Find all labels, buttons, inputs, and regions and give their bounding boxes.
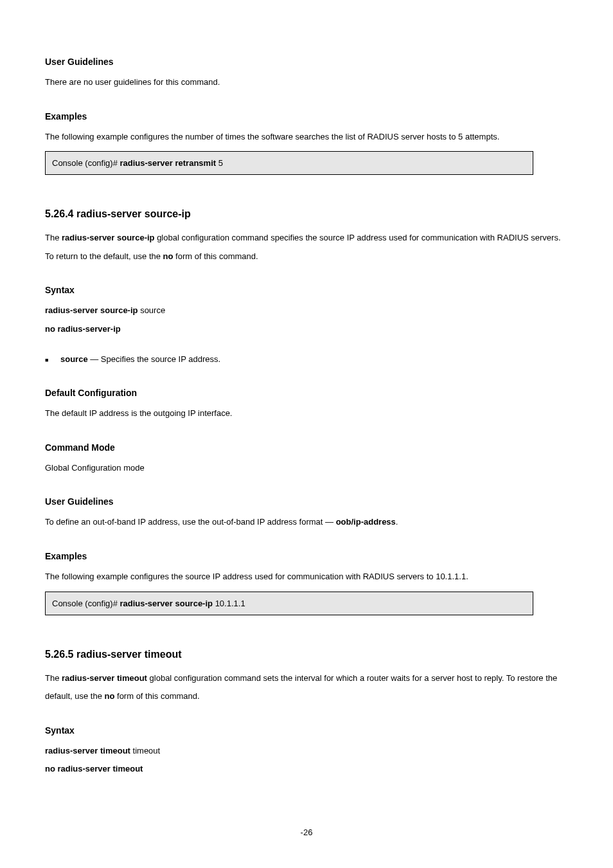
syntax3-cmd: radius-server timeout bbox=[45, 746, 133, 755]
bullet-bold: source bbox=[60, 354, 88, 364]
desc3-bold2: no bbox=[105, 691, 115, 701]
heading-user-guidelines-1: User Guidelines bbox=[45, 57, 568, 67]
code-prompt: Console (config)# bbox=[52, 158, 120, 168]
code-box-retransmit: Console (config)# radius-server retransm… bbox=[45, 151, 533, 175]
text-user-guidelines-2: To define an out-of-band IP address, use… bbox=[45, 513, 568, 532]
ug-post: . bbox=[396, 517, 398, 527]
syntax3-line-no: no radius-server timeout bbox=[45, 760, 568, 779]
desc-post: form of this command. bbox=[173, 251, 258, 261]
syntax-lines-2: radius-server source-ip source no radius… bbox=[45, 302, 568, 338]
syntax-line-no: no radius-server-ip bbox=[45, 320, 568, 339]
text-command-mode: Global Configuration mode bbox=[45, 459, 568, 478]
text-user-guidelines-1: There are no user guidelines for this co… bbox=[45, 73, 568, 92]
syntax-cmd: radius-server source-ip bbox=[45, 305, 140, 315]
code-box-source-ip: Console (config)# radius-server source-i… bbox=[45, 592, 533, 615]
text-default-config: The default IP address is the outgoing I… bbox=[45, 404, 568, 423]
heading-examples-1: Examples bbox=[45, 111, 568, 122]
desc-bold2: no bbox=[163, 251, 173, 261]
bullet-icon: ■ bbox=[45, 352, 60, 367]
section-title-source-ip: 5.26.4 radius-server source-ip bbox=[45, 208, 568, 220]
code-line: Console (config)# radius-server source-i… bbox=[52, 599, 526, 608]
bullet-text: source — Specifies the source IP address… bbox=[60, 350, 220, 369]
desc-pre: The bbox=[45, 233, 62, 242]
section-desc-timeout: The radius-server timeout global configu… bbox=[45, 669, 568, 706]
text-examples-2: The following example configures the sou… bbox=[45, 568, 568, 586]
desc3-pre: The bbox=[45, 673, 62, 683]
syntax-lines-3: radius-server timeout timeout no radius-… bbox=[45, 742, 568, 779]
syntax-line: radius-server source-ip source bbox=[45, 302, 568, 320]
text-examples-1: The following example configures the num… bbox=[45, 128, 568, 147]
syntax-bullet: ■ source — Specifies the source IP addre… bbox=[45, 350, 568, 369]
heading-default-config: Default Configuration bbox=[45, 388, 568, 398]
code-line: Console (config)# radius-server retransm… bbox=[52, 158, 526, 168]
heading-examples-2: Examples bbox=[45, 551, 568, 561]
desc3-post: form of this command. bbox=[114, 691, 199, 701]
page: User Guidelines There are no user guidel… bbox=[0, 0, 613, 868]
syntax-line: radius-server timeout timeout bbox=[45, 742, 568, 761]
section-title-timeout: 5.26.5 radius-server timeout bbox=[45, 649, 568, 660]
code-arg: 5 bbox=[218, 158, 223, 168]
heading-command-mode: Command Mode bbox=[45, 442, 568, 453]
heading-syntax-3: Syntax bbox=[45, 725, 568, 736]
syntax-arg: source bbox=[140, 305, 165, 315]
section-desc-source-ip: The radius-server source-ip global confi… bbox=[45, 229, 568, 266]
desc3-bold1: radius-server timeout bbox=[62, 673, 147, 683]
code-cmd: radius-server source-ip bbox=[120, 599, 215, 608]
code-prompt: Console (config)# bbox=[52, 599, 120, 608]
ug-pre: To define an out-of-band IP address, use… bbox=[45, 517, 336, 527]
code-cmd: radius-server retransmit bbox=[120, 158, 218, 168]
code-arg: 10.1.1.1 bbox=[215, 599, 245, 608]
heading-user-guidelines-2: User Guidelines bbox=[45, 496, 568, 507]
ug-bold: oob/ip-address bbox=[336, 517, 396, 527]
bullet-rest: — Specifies the source IP address. bbox=[88, 354, 220, 364]
desc-bold1: radius-server source-ip bbox=[62, 233, 155, 242]
heading-syntax-2: Syntax bbox=[45, 285, 568, 295]
syntax3-arg: timeout bbox=[133, 746, 161, 755]
page-footer: -26 bbox=[0, 827, 613, 837]
